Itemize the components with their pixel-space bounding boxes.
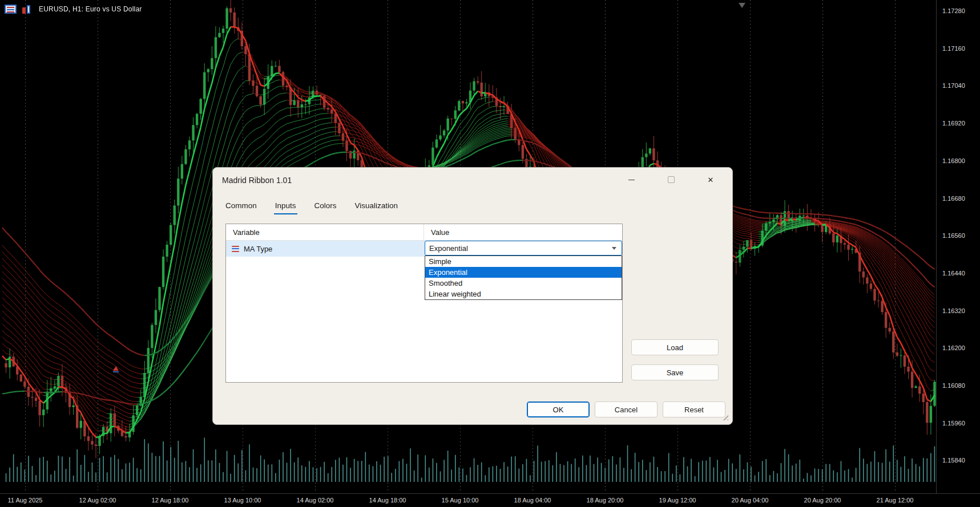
indicator-properties-dialog: Madrid Ribbon 1.01 ✕ Common Inputs Color… xyxy=(212,167,733,425)
dropdown-option-smoothed[interactable]: Smoothed xyxy=(425,278,622,289)
trade-arrow-icon xyxy=(113,366,119,372)
dialog-title: Madrid Ribbon 1.01 xyxy=(222,173,292,188)
price-label: 1.16440 xyxy=(942,270,965,277)
time-label: 14 Aug 18:00 xyxy=(350,497,425,504)
dropdown-option-linear-weighted[interactable]: Linear weighted xyxy=(425,289,622,299)
price-label: 1.16320 xyxy=(942,307,965,314)
price-label: 1.16560 xyxy=(942,232,965,239)
chart-title-bar: EURUSD, H1: Euro vs US Dollar xyxy=(5,5,142,14)
bar-chart-icon[interactable] xyxy=(22,5,34,14)
minimize-icon xyxy=(628,180,635,180)
cancel-button[interactable]: Cancel xyxy=(595,401,658,417)
time-label: 20 Aug 04:00 xyxy=(713,497,787,504)
mt5-chart-screen: { "chart": { "title": "EURUSD, H1: Euro … xyxy=(0,0,980,507)
tab-colors[interactable]: Colors xyxy=(313,199,338,214)
combobox-value: Exponential xyxy=(429,244,468,253)
price-label: 1.15960 xyxy=(942,420,965,427)
time-label: 18 Aug 04:00 xyxy=(495,497,570,504)
tab-common[interactable]: Common xyxy=(224,199,258,214)
indicator-icon xyxy=(232,246,239,252)
close-icon: ✕ xyxy=(708,176,714,184)
time-label: 20 Aug 20:00 xyxy=(785,497,860,504)
load-button[interactable]: Load xyxy=(631,339,719,355)
time-label: 14 Aug 02:00 xyxy=(278,497,352,504)
table-header-row: Variable Value xyxy=(226,224,622,241)
price-label: 1.16680 xyxy=(942,195,965,202)
price-axis[interactable]: 1.17280 1.17160 1.17040 1.16920 1.16800 … xyxy=(936,0,980,493)
price-label: 1.17160 xyxy=(942,45,965,52)
column-header-variable: Variable xyxy=(226,224,424,240)
price-label: 1.17040 xyxy=(942,82,965,89)
ok-button[interactable]: OK xyxy=(527,401,590,417)
price-label: 1.16080 xyxy=(942,382,965,389)
chevron-down-icon xyxy=(612,247,616,250)
price-label: 1.16920 xyxy=(942,120,965,127)
dropdown-option-exponential[interactable]: Exponential xyxy=(425,267,622,278)
price-label: 1.17280 xyxy=(942,7,965,14)
close-button[interactable]: ✕ xyxy=(697,171,724,188)
ma-type-dropdown-list: Simple Exponential Smoothed Linear weigh… xyxy=(425,255,622,300)
column-header-value: Value xyxy=(424,224,622,240)
tab-visualization[interactable]: Visualization xyxy=(354,199,400,214)
maximize-icon xyxy=(668,176,675,183)
tab-inputs[interactable]: Inputs xyxy=(274,199,297,214)
time-label: 12 Aug 02:00 xyxy=(61,497,135,504)
save-button[interactable]: Save xyxy=(631,364,719,380)
inputs-table: Variable Value MA Type Exponential Simpl… xyxy=(225,224,623,383)
maximize-button[interactable] xyxy=(658,171,684,188)
price-label: 1.16200 xyxy=(942,344,965,351)
time-axis[interactable]: 11 Aug 2025 12 Aug 02:00 12 Aug 18:00 13… xyxy=(0,493,980,507)
variable-cell[interactable]: MA Type xyxy=(226,245,424,253)
ma-type-combobox[interactable]: Exponential xyxy=(425,241,622,255)
reset-button[interactable]: Reset xyxy=(663,401,725,417)
chart-list-icon[interactable] xyxy=(5,5,17,14)
time-label: 15 Aug 10:00 xyxy=(423,497,497,504)
price-label: 1.15840 xyxy=(942,457,965,464)
dialog-tabs: Common Inputs Colors Visualization xyxy=(224,196,399,214)
time-label: 11 Aug 2025 xyxy=(0,497,62,504)
chart-symbol-title: EURUSD, H1: Euro vs US Dollar xyxy=(39,5,142,13)
time-label: 18 Aug 20:00 xyxy=(568,497,642,504)
time-label: 13 Aug 10:00 xyxy=(205,497,280,504)
time-label: 12 Aug 18:00 xyxy=(133,497,207,504)
time-label: 19 Aug 12:00 xyxy=(640,497,715,504)
time-label: 21 Aug 12:00 xyxy=(858,497,932,504)
chart-shift-marker-icon[interactable] xyxy=(739,3,745,8)
variable-name: MA Type xyxy=(244,245,272,253)
price-label: 1.16800 xyxy=(942,157,965,164)
minimize-button[interactable] xyxy=(618,171,644,188)
dropdown-option-simple[interactable]: Simple xyxy=(425,256,622,267)
